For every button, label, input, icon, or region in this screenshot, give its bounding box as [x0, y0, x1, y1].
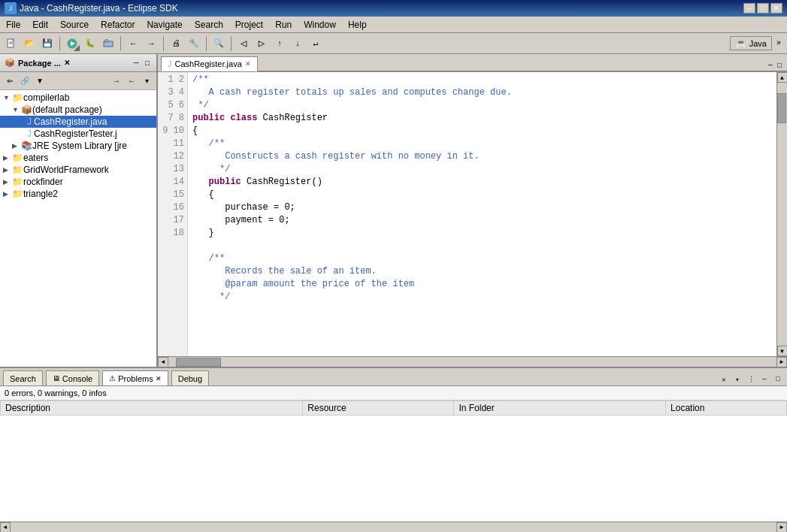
editor-tab-cashregister[interactable]: J CashRegister.java ✕ — [161, 56, 258, 71]
menu-help[interactable]: Help — [342, 18, 373, 32]
tab-problems[interactable]: ⚠ Problems ✕ — [102, 370, 168, 385]
scroll-left-button[interactable]: ◄ — [158, 357, 168, 367]
tree-item-compilerlab[interactable]: ▼ 📁 compilerlab — [0, 92, 156, 104]
package-icon: 📦 — [21, 104, 32, 115]
package-explorer-icon: 📦 — [5, 58, 15, 68]
nav-fwd-button[interactable]: ▷ — [253, 35, 270, 52]
scroll-right-button[interactable]: ► — [776, 357, 787, 367]
vertical-scrollbar[interactable]: ▲ ▼ — [776, 72, 787, 356]
menu-bar: File Edit Source Refactor Navigate Searc… — [0, 17, 787, 33]
menu-refactor[interactable]: Refactor — [95, 18, 141, 32]
jre-label: JRE System Library [jre — [32, 141, 127, 151]
collapse-all-button[interactable]: ⇐ — [3, 74, 17, 88]
panel-maximize-button[interactable]: □ — [143, 58, 152, 68]
view-options-button[interactable]: ▾ — [140, 74, 153, 88]
java-perspective-button[interactable]: ☕ Java — [730, 36, 772, 50]
link-editor-button[interactable]: 🔗 — [18, 74, 32, 88]
bottom-tab-bar: Search 🖥 Console ⚠ Problems ✕ Debug ✕ ▾ … — [0, 368, 787, 386]
scroll-h-track[interactable] — [168, 357, 776, 367]
package-explorer-title: Package ... — [18, 59, 61, 68]
package-explorer-close-icon[interactable]: ✕ — [64, 59, 70, 67]
java-icon: ☕ — [735, 38, 747, 49]
tree-item-default-package[interactable]: ▼ 📦 (default package) — [0, 104, 156, 116]
last-edit-button[interactable]: ↵ — [307, 35, 324, 52]
properties-button[interactable]: 🔧 — [186, 35, 202, 52]
sep3 — [163, 36, 164, 51]
horizontal-scrollbar[interactable]: ◄ ► — [158, 356, 787, 367]
print-button[interactable]: 🖨 — [168, 35, 184, 52]
svg-marker-5 — [74, 45, 80, 51]
tab-search[interactable]: Search — [3, 370, 43, 385]
run-last-button[interactable] — [64, 35, 80, 52]
next-edit-button[interactable]: → — [143, 35, 159, 52]
tab-close-button[interactable]: ✕ — [245, 60, 251, 68]
sep4 — [206, 36, 207, 51]
panel-minimize-button[interactable]: ─ — [132, 58, 141, 68]
bottom-scroll-left[interactable]: ◄ — [0, 522, 11, 533]
problems-options-button[interactable]: ⋮ — [745, 373, 757, 385]
bottom-h-scrollbar[interactable]: ◄ ► — [0, 521, 787, 532]
bottom-h-track[interactable] — [11, 522, 776, 532]
save-button[interactable]: 💾 — [39, 35, 56, 52]
bottom-scroll-right[interactable]: ► — [776, 522, 787, 533]
col-description[interactable]: Description — [1, 401, 303, 416]
tree-item-triangle2[interactable]: ▶ 📁 triangle2 — [0, 188, 156, 200]
scroll-h-thumb[interactable] — [176, 358, 221, 367]
menu-search[interactable]: Search — [189, 18, 229, 32]
menu-project[interactable]: Project — [229, 18, 269, 32]
editor-panel-min-button[interactable]: ─ — [766, 61, 775, 71]
tree-item-gridworld[interactable]: ▶ 📁 GridWorldFramework — [0, 164, 156, 176]
close-button[interactable]: ✕ — [770, 3, 782, 14]
eaters-label: eaters — [23, 153, 48, 163]
prev-annot-button[interactable]: ↑ — [271, 35, 288, 52]
code-editor[interactable]: 1 2 3 4 5 6 7 8 9 10 11 12 13 14 15 16 1… — [158, 72, 787, 356]
back-button[interactable]: ← — [125, 74, 138, 88]
svg-rect-7 — [105, 40, 107, 42]
window-controls[interactable]: ─ □ ✕ — [743, 3, 782, 14]
minimize-button[interactable]: ─ — [743, 3, 755, 14]
new-button[interactable] — [3, 35, 20, 52]
sep5 — [231, 36, 232, 51]
nav-back-button[interactable]: ◁ — [235, 35, 252, 52]
menu-source[interactable]: Source — [54, 18, 95, 32]
menu-edit[interactable]: Edit — [26, 18, 54, 32]
toolbar-expand-button[interactable]: » — [773, 39, 784, 47]
problems-clear-button[interactable]: ✕ — [718, 373, 730, 385]
eaters-folder-icon: 📁 — [12, 153, 23, 163]
tree-item-cashregistertester[interactable]: J CashRegisterTester.j — [0, 128, 156, 140]
tree-item-jre[interactable]: ▶ 📚 JRE System Library [jre — [0, 140, 156, 152]
menu-navigate[interactable]: Navigate — [141, 18, 188, 32]
col-resource[interactable]: Resource — [303, 401, 454, 416]
tree-item-rockfinder[interactable]: ▶ 📁 rockfinder — [0, 176, 156, 188]
scroll-down-button[interactable]: ▼ — [777, 346, 788, 356]
bottom-panel-min[interactable]: ─ — [758, 373, 770, 385]
view-menu-button[interactable]: ▼ — [33, 74, 47, 88]
forward-button[interactable]: → — [110, 74, 123, 88]
open-button[interactable]: 📂 — [21, 35, 38, 52]
external-tools-button[interactable] — [100, 35, 117, 52]
code-content[interactable]: /** A cash register totals up sales and … — [188, 72, 776, 356]
editor-panel-max-button[interactable]: □ — [775, 61, 784, 71]
tab-console[interactable]: 🖥 Console — [46, 370, 99, 385]
scroll-up-button[interactable]: ▲ — [777, 72, 788, 83]
problems-content: 0 errors, 0 warnings, 0 infos Descriptio… — [0, 386, 787, 521]
title-text: Java - CashRegister.java - Eclipse SDK — [20, 3, 178, 14]
menu-file[interactable]: File — [0, 18, 26, 32]
console-tab-icon: 🖥 — [53, 374, 60, 382]
menu-run[interactable]: Run — [269, 18, 298, 32]
menu-window[interactable]: Window — [298, 18, 342, 32]
tree-item-cashregister[interactable]: J CashRegister.java — [0, 116, 156, 128]
search-toolbar-button[interactable]: 🔍 — [210, 35, 227, 52]
prev-edit-button[interactable]: ← — [125, 35, 141, 52]
bottom-panel-max[interactable]: □ — [772, 373, 784, 385]
problems-menu-button[interactable]: ▾ — [731, 373, 743, 385]
maximize-button[interactable]: □ — [757, 3, 769, 14]
next-annot-button[interactable]: ↓ — [289, 35, 306, 52]
col-location[interactable]: Location — [666, 401, 787, 416]
tab-debug[interactable]: Debug — [171, 370, 209, 385]
scroll-thumb[interactable] — [777, 93, 786, 123]
tree-item-eaters[interactable]: ▶ 📁 eaters — [0, 152, 156, 164]
debug-button[interactable]: 🐛 — [82, 35, 98, 52]
problems-tab-close[interactable]: ✕ — [156, 375, 162, 382]
col-folder[interactable]: In Folder — [454, 401, 666, 416]
